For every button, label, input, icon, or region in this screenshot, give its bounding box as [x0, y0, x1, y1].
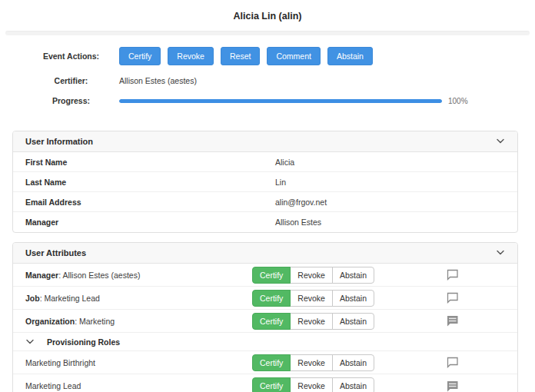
progress-indicator: 100% — [119, 97, 468, 105]
chevron-down-icon[interactable] — [496, 138, 505, 145]
comment-bubble-icon[interactable] — [447, 357, 459, 368]
certify-button[interactable]: Certify — [252, 377, 291, 392]
progress-fill — [119, 99, 442, 103]
user-attributes-panel: User Attributes Manager: Allison Estes (… — [12, 242, 518, 392]
chevron-down-icon[interactable] — [496, 250, 505, 256]
info-row-value: Allison Estes — [275, 218, 321, 227]
decision-button-group: Certify Revoke Abstain — [252, 267, 374, 284]
comment-bubble-filled-icon[interactable] — [447, 380, 459, 392]
table-row: Manager Allison Estes — [13, 212, 517, 232]
role-label: Marketing Birthright — [25, 358, 252, 367]
comment-bubble-filled-icon[interactable] — [447, 315, 459, 327]
page-title: Alicia Lin (alin) — [0, 0, 535, 31]
abstain-button[interactable]: Abstain — [332, 267, 374, 284]
table-row: Last Name Lin — [13, 172, 517, 192]
comment-bubble-icon[interactable] — [447, 269, 459, 281]
revoke-button[interactable]: Revoke — [290, 354, 333, 371]
chevron-down-icon[interactable] — [25, 339, 35, 345]
revoke-button[interactable]: Revoke — [290, 377, 333, 392]
table-row: Email Address alin@frgov.net — [13, 192, 517, 212]
summary-section: Event Actions: Certify Revoke Reset Comm… — [0, 35, 535, 118]
event-actions-row: Event Actions: Certify Revoke Reset Comm… — [0, 47, 535, 65]
provisioning-roles-title: Provisioning Roles — [47, 337, 120, 347]
table-row: Marketing Birthright Certify Revoke Abst… — [13, 351, 517, 374]
revoke-event-button[interactable]: Revoke — [168, 47, 214, 65]
revoke-button[interactable]: Revoke — [290, 290, 333, 307]
attribute-label: Manager: Allison Estes (aestes) — [25, 271, 252, 280]
table-row: First Name Alicia — [13, 152, 517, 172]
user-attributes-header[interactable]: User Attributes — [13, 243, 517, 264]
event-actions-button-group: Certify Revoke Reset Comment Abstain — [119, 47, 373, 65]
abstain-button[interactable]: Abstain — [332, 313, 374, 330]
certify-button[interactable]: Certify — [252, 354, 291, 371]
role-label: Marketing Lead — [25, 381, 252, 390]
revoke-button[interactable]: Revoke — [290, 313, 333, 330]
certifier-row: Certifier: Allison Estes (aestes) — [0, 76, 535, 85]
user-attributes-title: User Attributes — [25, 248, 86, 257]
info-row-label: Manager — [25, 218, 275, 227]
provisioning-roles-header[interactable]: Provisioning Roles — [13, 333, 517, 351]
certify-button[interactable]: Certify — [252, 267, 291, 284]
certify-button[interactable]: Certify — [252, 313, 291, 330]
info-row-value: Lin — [275, 178, 286, 187]
table-row: Manager: Allison Estes (aestes) Certify … — [13, 264, 517, 287]
info-row-label: Email Address — [25, 198, 275, 207]
user-information-title: User Information — [25, 137, 93, 146]
certifier-value: Allison Estes (aestes) — [119, 76, 197, 85]
info-row-label: Last Name — [25, 178, 275, 187]
decision-button-group: Certify Revoke Abstain — [252, 313, 374, 330]
abstain-event-button[interactable]: Abstain — [327, 47, 373, 65]
info-row-label: First Name — [25, 158, 275, 167]
certify-button[interactable]: Certify — [252, 290, 291, 307]
abstain-button[interactable]: Abstain — [332, 354, 374, 371]
attribute-label: Organization: Marketing — [25, 317, 252, 326]
progress-label: Progress: — [23, 96, 119, 105]
abstain-button[interactable]: Abstain — [332, 290, 374, 307]
table-row: Organization: Marketing Certify Revoke A… — [13, 310, 517, 333]
decision-button-group: Certify Revoke Abstain — [252, 377, 374, 392]
progress-percent-text: 100% — [448, 97, 468, 105]
attribute-label: Job: Marketing Lead — [25, 294, 252, 303]
progress-track — [119, 99, 442, 103]
comment-event-button[interactable]: Comment — [267, 47, 321, 65]
info-row-value: alin@frgov.net — [275, 198, 327, 207]
table-row: Marketing Lead Certify Revoke Abstain — [13, 374, 517, 392]
reset-event-button[interactable]: Reset — [221, 47, 260, 65]
decision-button-group: Certify Revoke Abstain — [252, 354, 374, 371]
user-information-panel: User Information First Name Alicia Last … — [12, 131, 518, 233]
decision-button-group: Certify Revoke Abstain — [252, 290, 374, 307]
abstain-button[interactable]: Abstain — [332, 377, 374, 392]
table-row: Job: Marketing Lead Certify Revoke Absta… — [13, 287, 517, 310]
revoke-button[interactable]: Revoke — [290, 267, 333, 284]
progress-row: Progress: 100% — [0, 96, 535, 105]
certifier-label: Certifier: — [23, 76, 119, 85]
event-actions-label: Event Actions: — [23, 51, 119, 61]
comment-bubble-icon[interactable] — [447, 292, 459, 304]
user-information-header[interactable]: User Information — [13, 131, 517, 152]
certify-event-button[interactable]: Certify — [119, 47, 161, 65]
info-row-value: Alicia — [275, 158, 294, 167]
